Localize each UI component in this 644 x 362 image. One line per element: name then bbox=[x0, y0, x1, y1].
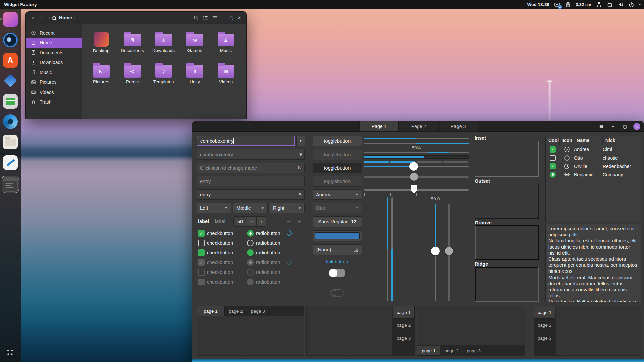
sidebar-item-videos[interactable]: Videos bbox=[26, 87, 82, 97]
container-applet-icon[interactable] bbox=[607, 2, 613, 8]
folder-item-templates[interactable]: Templates bbox=[148, 60, 179, 92]
checkbutton-mixed[interactable]: −checkbutton bbox=[198, 249, 233, 256]
chevron-down-icon[interactable]: ▼ bbox=[298, 152, 303, 157]
folder-item-games[interactable]: Games bbox=[179, 29, 210, 60]
list-view-icon[interactable] bbox=[201, 13, 210, 22]
sidebar-item-recent[interactable]: Recent bbox=[26, 28, 82, 38]
spin-increment-button[interactable]: + bbox=[256, 217, 266, 226]
column-header-icon[interactable]: Icon bbox=[560, 136, 574, 145]
folder-item-videos[interactable]: Videos bbox=[210, 60, 241, 92]
align-combo-middle[interactable]: Middle▼ bbox=[233, 203, 268, 213]
togglebutton-normal[interactable]: togglebutton bbox=[313, 136, 362, 146]
tab-page-1[interactable]: Page 1 bbox=[359, 121, 399, 132]
cool-radio-checked[interactable] bbox=[550, 172, 556, 178]
spin-value[interactable]: 50 bbox=[234, 217, 247, 226]
scale-mark-handle[interactable] bbox=[411, 185, 417, 193]
hamburger-menu-icon[interactable] bbox=[210, 13, 219, 22]
notebook3-tab-page1[interactable]: page 1 bbox=[417, 346, 440, 356]
notebook3-tab-page3[interactable]: page 3 bbox=[463, 346, 485, 356]
color-button[interactable] bbox=[313, 230, 362, 241]
close-button[interactable]: ✕ bbox=[235, 14, 244, 22]
spin-decrement-button[interactable]: − bbox=[247, 217, 256, 226]
search-icon[interactable] bbox=[191, 13, 201, 22]
forward-button[interactable]: › bbox=[37, 13, 46, 22]
notebook2-tab-page3[interactable]: page 3 bbox=[393, 331, 415, 344]
folder-item-pictures[interactable]: Pictures bbox=[86, 60, 117, 92]
notebook1-tab-page1[interactable]: page 1 bbox=[197, 306, 225, 316]
togglebutton-active[interactable]: togglebutton bbox=[313, 163, 362, 173]
table-row[interactable]: ✓ Andrea Cimi bbox=[546, 145, 641, 154]
tab-page-3[interactable]: Page 3 bbox=[438, 121, 478, 132]
sidebar-item-downloads[interactable]: Downloads bbox=[26, 58, 82, 68]
tab-page-2[interactable]: Page 2 bbox=[399, 121, 438, 132]
show-applications-icon[interactable] bbox=[6, 348, 15, 357]
mode-entry[interactable] bbox=[197, 163, 305, 173]
scale-vertical-handle[interactable] bbox=[431, 247, 440, 255]
cool-checkbox-unchecked[interactable] bbox=[550, 155, 556, 161]
align-combo-right[interactable]: Right▼ bbox=[270, 203, 305, 213]
notebook1-tab-page3[interactable]: page 3 bbox=[247, 306, 269, 316]
system-menu-caret-icon[interactable]: ▾ bbox=[639, 3, 641, 6]
column-header-cool[interactable]: Cool bbox=[546, 136, 560, 145]
dock-boxes-icon[interactable] bbox=[3, 73, 18, 88]
power-icon[interactable] bbox=[628, 2, 634, 8]
clear-entry-icon[interactable]: ✕ bbox=[298, 191, 302, 197]
folder-item-unity[interactable]: Unity bbox=[179, 60, 210, 92]
folder-item-public[interactable]: Public bbox=[117, 60, 148, 92]
checkbutton-checked[interactable]: ✓checkbutton bbox=[198, 230, 233, 237]
network-icon[interactable] bbox=[596, 2, 602, 8]
radiobutton-checked[interactable]: radiobutton bbox=[247, 230, 280, 237]
dock-browser-icon[interactable] bbox=[3, 33, 18, 47]
comboboxentry-placeholder-input[interactable] bbox=[197, 149, 305, 160]
table-row[interactable]: Otto chaotic bbox=[546, 154, 641, 162]
sidebar-item-pictures[interactable]: Pictures bbox=[26, 77, 82, 87]
scale-handle[interactable] bbox=[409, 162, 418, 171]
link-button[interactable]: link button bbox=[326, 259, 348, 264]
radiobutton-mixed[interactable]: −radiobutton bbox=[247, 249, 280, 256]
entry-placeholder[interactable] bbox=[197, 176, 305, 186]
column-header-name[interactable]: Name bbox=[574, 136, 603, 145]
cool-checkbox-checked[interactable]: ✓ bbox=[550, 163, 556, 169]
notebook4-tab-page1[interactable]: page 1 bbox=[534, 306, 555, 319]
dock-swirl-app-icon[interactable] bbox=[3, 114, 18, 129]
close-button[interactable]: ✕ bbox=[633, 123, 640, 130]
dock-software-store-icon[interactable]: A bbox=[3, 53, 18, 68]
table-row[interactable]: Benjamin Company bbox=[546, 170, 641, 179]
minimize-button[interactable]: − bbox=[610, 123, 616, 130]
folder-item-desktop[interactable]: Desktop bbox=[86, 29, 117, 60]
dock-text-editor-icon[interactable] bbox=[3, 155, 18, 170]
hamburger-menu-icon[interactable] bbox=[598, 123, 605, 130]
breadcrumb[interactable]: Home bbox=[52, 15, 72, 20]
dock-files-icon[interactable] bbox=[3, 12, 18, 27]
folder-item-documents[interactable]: Documents bbox=[117, 29, 148, 60]
back-button[interactable]: ‹ bbox=[29, 13, 37, 22]
clock[interactable]: Wed 13:39 bbox=[527, 2, 550, 7]
maximize-button[interactable]: ▢ bbox=[227, 14, 235, 22]
notebook2-tab-page2[interactable]: page 2 bbox=[393, 319, 415, 331]
notebook4-tab-page2[interactable]: page 2 bbox=[534, 319, 555, 331]
notebook2-tab-page1[interactable]: page 1 bbox=[393, 306, 415, 319]
sidebar-item-music[interactable]: Music bbox=[26, 67, 82, 77]
name-combobox[interactable]: Andrea▼ bbox=[313, 189, 362, 200]
comboboxentry-input-focused[interactable] bbox=[197, 136, 295, 146]
mail-indicator-icon[interactable]: 2 bbox=[554, 2, 560, 8]
sidebar-item-documents[interactable]: Documents bbox=[26, 48, 82, 58]
comboboxentry-dropdown-button[interactable]: ▼ bbox=[296, 136, 305, 146]
radiobutton-unchecked[interactable]: radiobutton bbox=[247, 240, 280, 246]
checkbutton-unchecked[interactable]: checkbutton bbox=[198, 240, 233, 246]
column-header-nick[interactable]: Nick bbox=[603, 136, 640, 145]
entry-with-value[interactable] bbox=[197, 189, 305, 200]
sidebar-item-home[interactable]: Home bbox=[26, 38, 82, 48]
folder-item-music[interactable]: Music bbox=[210, 29, 241, 60]
file-chooser-button[interactable]: (None) bbox=[313, 244, 362, 255]
cpu-frequency-indicator[interactable]: 3.32 GHz bbox=[576, 2, 591, 7]
folder-item-downloads[interactable]: Downloads bbox=[148, 29, 179, 60]
cool-checkbox-checked[interactable]: ✓ bbox=[550, 146, 556, 153]
maximize-button[interactable]: ▢ bbox=[622, 123, 628, 130]
notebook1-tab-page2[interactable]: page 2 bbox=[225, 306, 247, 316]
dock-folder-app-icon[interactable] bbox=[3, 135, 18, 149]
refresh-icon[interactable]: ↻ bbox=[297, 165, 302, 171]
volume-icon[interactable] bbox=[618, 2, 624, 8]
sidebar-item-trash[interactable]: Trash bbox=[26, 97, 82, 107]
notebook3-tab-page2[interactable]: page 2 bbox=[440, 346, 463, 356]
